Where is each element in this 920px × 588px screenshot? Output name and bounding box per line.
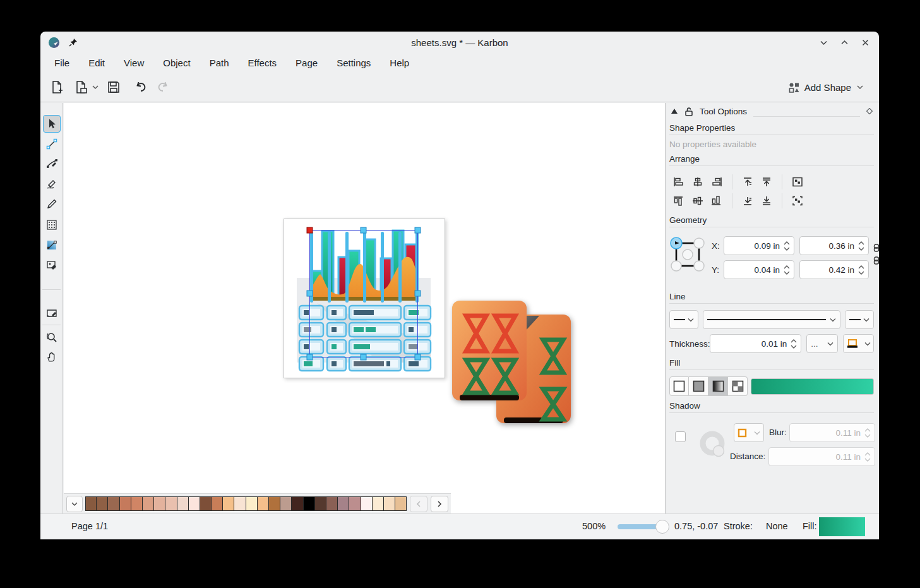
palette-swatch[interactable]: [212, 496, 223, 511]
tool-pattern[interactable]: [43, 256, 61, 274]
ungroup-button[interactable]: [788, 193, 807, 209]
anchor-selector[interactable]: [669, 236, 706, 274]
palette-swatch[interactable]: [97, 496, 108, 511]
menu-file[interactable]: File: [54, 57, 69, 68]
lower-to-bottom-button[interactable]: [757, 193, 776, 209]
tool-select[interactable]: [43, 115, 61, 133]
collapse-icon[interactable]: [671, 108, 678, 114]
width-field[interactable]: 0.36 in: [799, 236, 869, 255]
palette-scroll-right-button[interactable]: [431, 496, 448, 512]
raise-button[interactable]: [738, 174, 757, 190]
palette-swatch[interactable]: [384, 496, 395, 511]
align-hcenter-button[interactable]: [688, 174, 707, 190]
menu-page[interactable]: Page: [296, 57, 318, 68]
palette-swatch[interactable]: [131, 496, 143, 511]
chart-illustration-object[interactable]: [284, 219, 445, 378]
menu-settings[interactable]: Settings: [337, 57, 371, 68]
tool-pencil[interactable]: [43, 195, 61, 213]
tool-edit-shapes[interactable]: [43, 135, 61, 153]
palette-swatch[interactable]: [223, 496, 234, 511]
palette-swatch[interactable]: [304, 496, 315, 511]
align-vcenter-button[interactable]: [688, 193, 707, 209]
new-document-icon[interactable]: [48, 78, 66, 96]
menu-view[interactable]: View: [124, 57, 144, 68]
undo-icon[interactable]: [132, 78, 150, 96]
open-document-icon[interactable]: [72, 78, 90, 96]
line-style-combo[interactable]: [703, 310, 840, 329]
align-left-button[interactable]: [669, 174, 688, 190]
open-dropdown-icon[interactable]: [90, 78, 101, 96]
menu-edit[interactable]: Edit: [88, 57, 105, 68]
lock-icon[interactable]: [684, 107, 693, 116]
thickness-field[interactable]: 0.01 in: [710, 334, 801, 353]
palette-swatch[interactable]: [292, 496, 303, 511]
keep-aspect-icon-2[interactable]: [873, 256, 879, 265]
pin-icon[interactable]: [69, 38, 78, 47]
palette-swatch[interactable]: [108, 496, 119, 511]
palette-swatch[interactable]: [269, 496, 280, 511]
palette-swatch[interactable]: [200, 496, 212, 511]
fill-gradient-preview[interactable]: [751, 378, 874, 395]
palette-menu-button[interactable]: [66, 496, 83, 512]
minimize-button[interactable]: [819, 38, 828, 47]
keep-aspect-icon[interactable]: [873, 244, 879, 252]
tool-pan[interactable]: [43, 348, 61, 366]
align-top-button[interactable]: [669, 193, 688, 209]
join-style-combo[interactable]: ...: [806, 334, 838, 353]
titlebar[interactable]: sheets.svg * — Karbon: [40, 32, 879, 53]
raise-to-top-button[interactable]: [757, 174, 776, 190]
palette-swatch[interactable]: [177, 496, 189, 511]
save-icon[interactable]: [105, 78, 122, 96]
menu-object[interactable]: Object: [163, 57, 190, 68]
fill-color-swatch[interactable]: [819, 517, 865, 536]
palette-swatch[interactable]: [165, 496, 177, 511]
palette-swatch[interactable]: [395, 496, 407, 511]
cap-style-button[interactable]: [843, 334, 874, 353]
palette-swatch[interactable]: [143, 496, 154, 511]
zoom-slider-handle[interactable]: [655, 520, 669, 534]
sheets-icon-object[interactable]: [451, 301, 574, 428]
palette-swatch[interactable]: [280, 496, 292, 511]
palette-swatch[interactable]: [154, 496, 165, 511]
fill-none-button[interactable]: [669, 376, 689, 396]
zoom-level[interactable]: 500%: [582, 521, 606, 531]
close-button[interactable]: [861, 38, 870, 47]
tool-page-edit[interactable]: [43, 304, 61, 322]
palette-swatch[interactable]: [338, 496, 349, 511]
menu-help[interactable]: Help: [390, 57, 409, 68]
shadow-enable-checkbox[interactable]: [675, 431, 686, 442]
group-button[interactable]: [788, 174, 807, 190]
palette-swatch[interactable]: [258, 496, 269, 511]
tool-pattern-edit[interactable]: [43, 216, 61, 234]
menu-path[interactable]: Path: [210, 57, 229, 68]
tool-calligraphy[interactable]: [43, 176, 61, 193]
align-bottom-button[interactable]: [707, 193, 726, 209]
fill-pattern-button[interactable]: [728, 376, 748, 396]
y-position-field[interactable]: 0.04 in: [724, 260, 794, 279]
palette-swatch[interactable]: [315, 496, 326, 511]
align-right-button[interactable]: [707, 174, 726, 190]
float-icon[interactable]: [866, 108, 873, 114]
canvas[interactable]: [64, 103, 665, 513]
menu-effects[interactable]: Effects: [248, 57, 277, 68]
line-start-marker-combo[interactable]: [669, 310, 698, 329]
zoom-slider[interactable]: [618, 524, 669, 529]
palette-swatch[interactable]: [361, 496, 373, 511]
palette-swatch[interactable]: [120, 496, 131, 511]
tool-gradient-edit[interactable]: [43, 236, 61, 254]
lower-button[interactable]: [738, 193, 757, 209]
palette-swatch[interactable]: [189, 496, 200, 511]
tool-zoom[interactable]: [43, 328, 61, 346]
x-position-field[interactable]: 0.09 in: [724, 236, 794, 255]
height-field[interactable]: 0.42 in: [799, 260, 869, 279]
add-shape-button[interactable]: Add Shape: [782, 78, 870, 97]
palette-swatch[interactable]: [246, 496, 258, 511]
palette-swatch[interactable]: [234, 496, 246, 511]
tool-pen[interactable]: [43, 155, 61, 172]
shadow-color-button[interactable]: [734, 423, 764, 442]
fill-solid-button[interactable]: [689, 376, 708, 396]
maximize-button[interactable]: [840, 38, 849, 47]
line-end-marker-combo[interactable]: [845, 310, 874, 329]
fill-gradient-button[interactable]: [708, 376, 728, 396]
shadow-angle-selector[interactable]: [697, 429, 729, 461]
